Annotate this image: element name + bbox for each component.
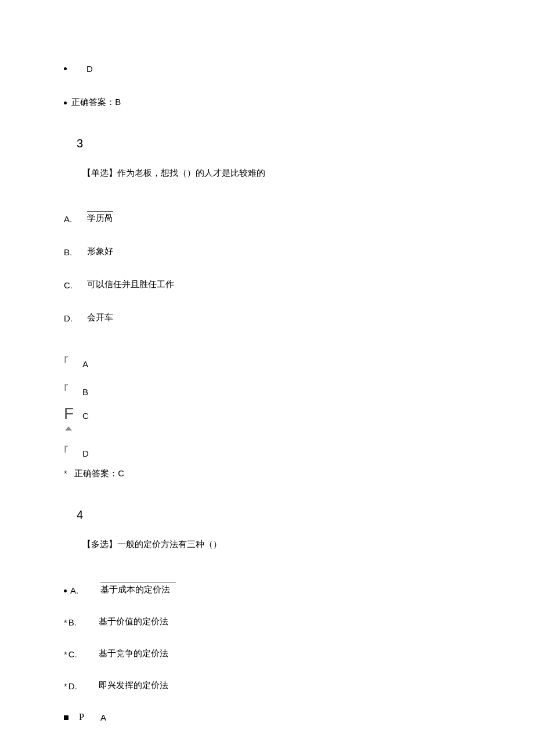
q2-answer-prefix: 正确答案： <box>71 97 115 107</box>
q2-correct-answer: 正确答案：B <box>64 97 476 108</box>
radio-selected-icon[interactable]: F <box>64 404 82 423</box>
q3-radio-c: C <box>82 411 89 421</box>
q3-radio-a: A <box>82 359 88 369</box>
bullet-icon <box>64 589 67 592</box>
q3-radio-a-row: r A <box>64 345 476 373</box>
q3-option-d-text: 会开车 <box>87 312 113 323</box>
q4-option-b-text: 基于价值的定价法 <box>99 616 168 627</box>
q4-option-c-letter: C. <box>68 649 99 659</box>
q3-correct-answer: * 正确答案：C <box>64 468 476 479</box>
q3-radio-group: r A r B F C r D <box>64 345 476 462</box>
caret-up-icon <box>65 426 72 431</box>
page-container: D 正确答案：B 3 【单选】作为老板，想找（）的人才是比较难的 A. 学历咼 … <box>0 0 534 756</box>
q3-answer-value: C <box>118 468 124 478</box>
q3-option-b: B. 形象好 <box>64 246 476 257</box>
star-icon: * <box>64 649 67 659</box>
q3-radio-b-row: r B <box>64 373 476 401</box>
q4-option-a-text: 基于成本的定价法 <box>100 583 176 595</box>
q4-option-b: * B. 基于价值的定价法 <box>64 616 476 627</box>
q2-answer-value: B <box>115 97 121 107</box>
q3-option-a-text: 学历咼 <box>87 211 113 224</box>
q4-option-c: * C. 基于竞争的定价法 <box>64 648 476 659</box>
q4-option-a: A. 基于成本的定价法 <box>64 583 476 595</box>
q3-option-b-text: 形象好 <box>87 246 113 257</box>
q3-radio-d-row: r D <box>64 435 476 462</box>
q4-option-d: * D. 即兴发挥的定价法 <box>64 680 476 691</box>
q4-option-a-letter: A. <box>70 585 100 595</box>
bullet-icon <box>64 102 67 104</box>
q3-option-b-letter: B. <box>64 247 87 257</box>
q3-radio-d: D <box>82 448 89 458</box>
q3-number: 3 <box>77 137 476 150</box>
q3-prompt: 【单选】作为老板，想找（）的人才是比较难的 <box>82 168 476 179</box>
q3-option-a: A. 学历咼 <box>64 211 476 224</box>
q4-check-letter: A <box>100 712 106 722</box>
radio-icon[interactable]: r <box>64 379 82 395</box>
q3-option-a-letter: A. <box>64 214 87 224</box>
q3-radio-c-row: F C <box>64 401 476 426</box>
bullet-icon <box>64 67 67 70</box>
checkbox-filled-icon[interactable] <box>64 715 68 720</box>
q4-number: 4 <box>77 508 476 522</box>
q3-radio-b: B <box>82 387 88 397</box>
star-icon: * <box>64 617 67 627</box>
q2-option-d: D <box>64 64 476 74</box>
radio-icon[interactable]: r <box>64 441 82 456</box>
radio-icon[interactable]: r <box>64 352 82 367</box>
q4-prompt: 【多选】一般的定价方法有三种（） <box>82 539 476 550</box>
q4-option-b-letter: B. <box>68 617 99 627</box>
q4-option-d-letter: D. <box>68 681 99 691</box>
q3-option-c: C. 可以信任并且胜任工作 <box>64 279 476 290</box>
q3-option-c-text: 可以信任并且胜任工作 <box>87 279 174 290</box>
q3-option-c-letter: C. <box>64 280 87 290</box>
q3-option-d: D. 会开车 <box>64 312 476 323</box>
q3-answer-star: * <box>64 468 67 478</box>
q4-check-a: P A <box>64 712 476 722</box>
q4-option-c-text: 基于竞争的定价法 <box>99 648 168 659</box>
q4-option-d-text: 即兴发挥的定价法 <box>99 680 168 691</box>
q3-answer-prefix: 正确答案： <box>74 468 118 478</box>
q2-option-d-letter: D <box>86 64 93 74</box>
star-icon: * <box>64 681 67 691</box>
q3-option-d-letter: D. <box>64 313 87 323</box>
q4-check-marker: P <box>79 712 84 722</box>
